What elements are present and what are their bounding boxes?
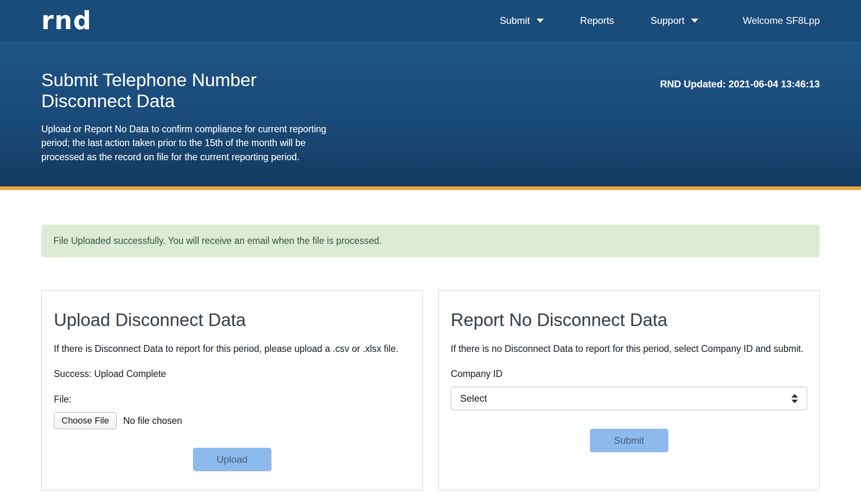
submit-button[interactable]: Submit — [590, 429, 668, 452]
success-alert: File Uploaded successfully. You will rec… — [41, 224, 820, 257]
nav-item-support[interactable]: Support — [651, 15, 698, 26]
report-card-description: If there is no Disconnect Data to report… — [451, 342, 807, 356]
arrow-up-icon — [791, 394, 798, 398]
upload-card-description: If there is Disconnect Data to report fo… — [54, 342, 410, 356]
upload-status-text: Success: Upload Complete — [54, 368, 410, 379]
upload-card-title: Upload Disconnect Data — [54, 310, 410, 330]
rnd-updated-timestamp: RND Updated: 2021-06-04 13:46:13 — [660, 78, 820, 90]
upload-disconnect-card: Upload Disconnect Data If there is Disco… — [41, 290, 423, 490]
nav-item-support-label: Support — [651, 15, 685, 26]
cards-row: Upload Disconnect Data If there is Disco… — [41, 290, 820, 500]
nav-item-submit-label: Submit — [500, 15, 530, 26]
company-id-select[interactable]: Select — [451, 387, 807, 410]
report-no-disconnect-card: Report No Disconnect Data If there is no… — [438, 290, 820, 490]
top-navbar: rnd Submit Reports Support Welcome SF8Lp… — [0, 0, 861, 41]
welcome-user-label: Welcome SF8Lpp — [743, 15, 820, 26]
nav-item-reports-label: Reports — [580, 15, 614, 26]
hero-text-block: Submit Telephone Number Disconnect Data … — [41, 70, 327, 164]
page-description: Upload or Report No Data to confirm comp… — [41, 122, 327, 164]
arrow-down-icon — [791, 400, 798, 403]
rnd-logo: rnd — [41, 8, 92, 33]
upload-button[interactable]: Upload — [193, 448, 271, 471]
file-input: Choose File No file chosen — [54, 412, 410, 429]
nav-item-submit[interactable]: Submit — [500, 15, 544, 26]
page-title: Submit Telephone Number Disconnect Data — [41, 70, 327, 112]
no-file-chosen-text: No file chosen — [123, 415, 182, 426]
report-card-title: Report No Disconnect Data — [451, 310, 807, 330]
hero-banner: Submit Telephone Number Disconnect Data … — [0, 41, 861, 190]
company-id-label: Company ID — [451, 368, 807, 379]
page-title-line2: Disconnect Data — [41, 91, 175, 111]
nav-links: Submit Reports Support Welcome SF8Lpp — [463, 15, 820, 26]
chevron-down-icon — [537, 19, 544, 23]
chevron-down-icon — [691, 19, 698, 23]
nav-item-reports[interactable]: Reports — [580, 15, 614, 26]
file-field-label: File: — [54, 394, 410, 405]
select-updown-icon — [791, 394, 798, 403]
main-content: File Uploaded successfully. You will rec… — [0, 224, 861, 500]
choose-file-button[interactable]: Choose File — [54, 412, 117, 429]
company-id-select-value: Select — [460, 393, 487, 404]
page-title-line1: Submit Telephone Number — [41, 70, 257, 90]
